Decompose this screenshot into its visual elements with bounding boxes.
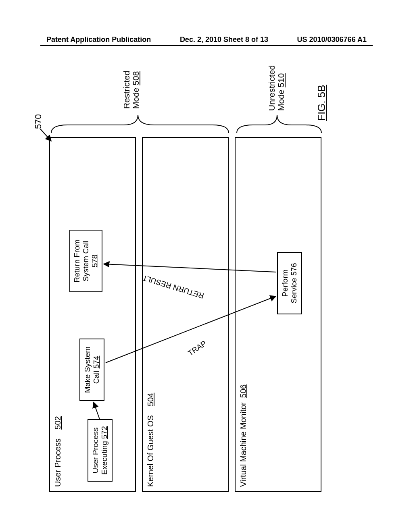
lane-user-process-title: User Process 502 [53,416,63,487]
header-rule [40,45,373,46]
lane-vmm-title: Virtual Machine Monitor 506 [239,384,248,487]
lane-vmm: Virtual Machine Monitor 506 [235,137,321,492]
lane-kernel-title: Kernel Of Guest OS 504 [146,393,155,487]
figure-ref-number: 570 [33,114,44,129]
figure-label: FIG. 5B [315,85,328,121]
box-return-from-call: Return From System Call 578 [69,230,102,292]
figure-container: User Process 502 Kernel Of Guest OS 504 … [33,64,380,492]
figure-rotated: User Process 502 Kernel Of Guest OS 504 … [33,64,380,492]
label-unrestricted-mode: Unrestricted Mode 510 [267,65,286,111]
box-perform-service: Perform Service 576 [277,252,302,314]
header-right: US 2010/0306766 A1 [297,35,367,44]
box-make-system-call: Make System Call 574 [79,339,104,401]
header-left: Patent Application Publication [46,35,151,44]
label-restricted-mode: Restricted Mode 508 [122,71,140,109]
box-user-executing: User Process Executing 572 [88,419,113,482]
lane-kernel: Kernel Of Guest OS 504 [142,137,229,492]
page-header: Patent Application Publication Dec. 2, 2… [0,35,413,44]
header-center: Dec. 2, 2010 Sheet 8 of 13 [180,35,268,44]
